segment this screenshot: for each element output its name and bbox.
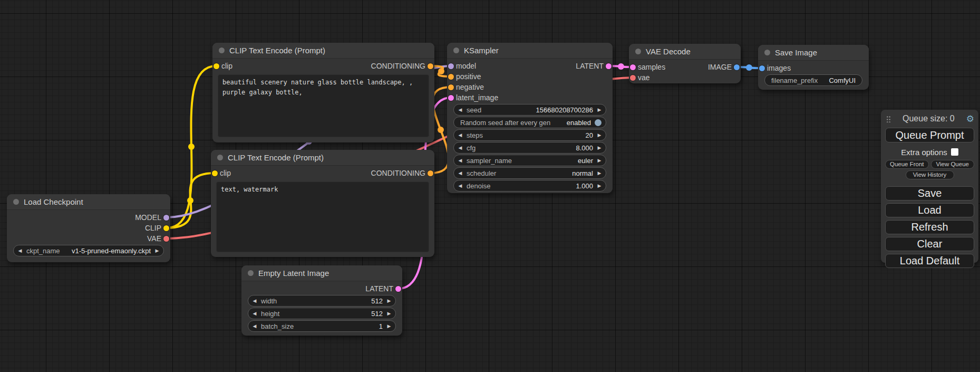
decrement-arrow-icon[interactable]: ◀ <box>454 107 467 112</box>
decrement-arrow-icon[interactable]: ◀ <box>454 145 467 150</box>
node-load-checkpoint[interactable]: Load Checkpoint MODEL CLIP VAE ◀ ckpt_na… <box>7 194 170 262</box>
widget-filename-prefix[interactable]: filename_prefix ComfyUI <box>764 74 862 86</box>
link-midpoint-dot <box>618 63 624 70</box>
output-slot-label: LATENT <box>576 62 604 70</box>
input-slot-clip[interactable] <box>212 170 218 176</box>
increment-arrow-icon[interactable]: ▶ <box>593 145 606 150</box>
increment-arrow-icon[interactable]: ▶ <box>593 158 606 163</box>
output-slot-conditioning[interactable] <box>428 63 433 69</box>
slot-row: samples IMAGE <box>629 62 741 72</box>
input-slot-images[interactable] <box>759 65 765 71</box>
prompt-textarea[interactable]: text, watermark <box>216 182 429 252</box>
node-title-bar[interactable]: CLIP Text Encode (Prompt) <box>212 43 434 59</box>
widget-value: 1.000 <box>576 182 593 190</box>
widget-height[interactable]: ◀ height 512 ▶ <box>248 308 396 319</box>
link-midpoint-dot <box>438 127 444 133</box>
node-title-bar[interactable]: CLIP Text Encode (Prompt) <box>211 150 434 166</box>
widget-value: 20 <box>586 131 593 139</box>
node-empty-latent-image[interactable]: Empty Latent Image LATENT ◀ width 512 ▶ … <box>241 265 402 336</box>
queue-front-button[interactable]: Queue Front <box>885 160 929 169</box>
node-save-image[interactable]: Save Image images filename_prefix ComfyU… <box>758 45 869 90</box>
decrement-arrow-icon[interactable]: ◀ <box>454 132 467 138</box>
collapse-dot-icon[interactable] <box>248 270 254 276</box>
output-slot-latent[interactable] <box>395 286 401 292</box>
toggle-enabled-icon[interactable] <box>595 119 601 126</box>
node-title-bar[interactable]: Load Checkpoint <box>7 194 170 210</box>
increment-arrow-icon[interactable]: ▶ <box>593 132 606 138</box>
widget-ckpt-name[interactable]: ◀ ckpt_name v1-5-pruned-emaonly.ckpt ▶ <box>13 245 164 256</box>
collapse-dot-icon[interactable] <box>453 47 459 53</box>
increment-arrow-icon[interactable]: ▶ <box>593 107 606 112</box>
node-vae-decode[interactable]: VAE Decode samples IMAGE vae <box>629 44 741 83</box>
input-slot-latent-image[interactable] <box>448 95 454 101</box>
input-slot-clip[interactable] <box>214 63 219 69</box>
decrement-arrow-icon[interactable]: ◀ <box>248 323 261 329</box>
node-title-bar[interactable]: VAE Decode <box>629 44 741 60</box>
widget-denoise[interactable]: ◀ denoise 1.000 ▶ <box>453 180 606 192</box>
widget-label: width <box>261 297 277 305</box>
input-slot-samples[interactable] <box>630 64 636 70</box>
load-default-button[interactable]: Load Default <box>885 254 974 268</box>
refresh-button[interactable]: Refresh <box>885 220 974 234</box>
input-slot-vae[interactable] <box>630 75 636 81</box>
input-slot-model[interactable] <box>448 63 454 69</box>
input-slot-positive[interactable] <box>448 74 454 80</box>
decrement-arrow-icon[interactable]: ◀ <box>454 158 467 163</box>
collapse-dot-icon[interactable] <box>13 199 19 205</box>
collapse-dot-icon[interactable] <box>219 47 225 53</box>
decrement-arrow-icon[interactable]: ◀ <box>14 248 26 253</box>
extra-options-checkbox[interactable] <box>951 148 958 156</box>
widget-sampler-name[interactable]: ◀ sampler_name euler ▶ <box>453 155 606 166</box>
widget-steps[interactable]: ◀ steps 20 ▶ <box>453 129 606 141</box>
increment-arrow-icon[interactable]: ▶ <box>383 323 395 329</box>
output-slot-image[interactable] <box>734 64 740 70</box>
widget-seed[interactable]: ◀ seed 156680208700286 ▶ <box>453 104 606 116</box>
increment-arrow-icon[interactable]: ▶ <box>593 170 606 176</box>
widget-cfg[interactable]: ◀ cfg 8.000 ▶ <box>453 142 606 154</box>
decrement-arrow-icon[interactable]: ◀ <box>454 183 467 188</box>
widget-batch-size[interactable]: ◀ batch_size 1 ▶ <box>248 320 396 332</box>
output-slot-clip[interactable] <box>163 225 169 231</box>
decrement-arrow-icon[interactable]: ◀ <box>248 298 261 303</box>
drag-handle-icon[interactable] <box>886 115 891 122</box>
node-clip-text-encode-positive[interactable]: CLIP Text Encode (Prompt) clip CONDITION… <box>212 43 434 142</box>
increment-arrow-icon[interactable]: ▶ <box>593 183 606 188</box>
increment-arrow-icon[interactable]: ▶ <box>383 298 395 303</box>
widget-random-seed-control[interactable]: Random seed after every gen enabled <box>453 117 606 128</box>
output-slot-vae[interactable] <box>163 236 169 242</box>
clear-button[interactable]: Clear <box>885 237 974 251</box>
input-slot-label: model <box>456 62 476 70</box>
node-title: KSampler <box>464 46 499 55</box>
view-history-button[interactable]: View History <box>906 170 954 179</box>
settings-gear-icon[interactable]: ⚙ <box>966 115 974 123</box>
node-title: CLIP Text Encode (Prompt) <box>228 153 324 162</box>
node-title-bar[interactable]: Empty Latent Image <box>241 265 402 281</box>
output-slot-label: CONDITIONING <box>371 62 425 70</box>
collapse-dot-icon[interactable] <box>764 50 770 55</box>
node-ksampler[interactable]: KSampler model LATENT positive negative … <box>447 43 613 193</box>
node-title-bar[interactable]: KSampler <box>447 43 613 59</box>
increment-arrow-icon[interactable]: ▶ <box>151 248 163 253</box>
decrement-arrow-icon[interactable]: ◀ <box>248 311 261 316</box>
output-slot-latent[interactable] <box>606 63 612 69</box>
save-button[interactable]: Save <box>885 186 974 201</box>
widget-label: ckpt_name <box>26 247 60 255</box>
view-queue-button[interactable]: View Queue <box>931 160 975 169</box>
collapse-dot-icon[interactable] <box>635 49 641 54</box>
queue-prompt-button[interactable]: Queue Prompt <box>885 128 974 142</box>
widget-width[interactable]: ◀ width 512 ▶ <box>248 295 396 307</box>
decrement-arrow-icon[interactable]: ◀ <box>454 170 467 176</box>
prompt-textarea[interactable]: beautiful scenery nature glass bottle la… <box>218 74 429 137</box>
node-title-bar[interactable]: Save Image <box>758 45 869 61</box>
output-slot-conditioning[interactable] <box>428 170 433 176</box>
link-midpoint-dot <box>438 68 444 74</box>
node-clip-text-encode-negative[interactable]: CLIP Text Encode (Prompt) clip CONDITION… <box>211 150 434 257</box>
load-button[interactable]: Load <box>885 203 974 217</box>
widget-value: 512 <box>371 310 383 318</box>
output-slot-model[interactable] <box>163 215 169 221</box>
widget-scheduler[interactable]: ◀ scheduler normal ▶ <box>453 167 606 179</box>
input-slot-negative[interactable] <box>448 84 454 90</box>
widget-value: 8.000 <box>576 144 593 152</box>
collapse-dot-icon[interactable] <box>217 155 223 160</box>
increment-arrow-icon[interactable]: ▶ <box>383 311 395 316</box>
